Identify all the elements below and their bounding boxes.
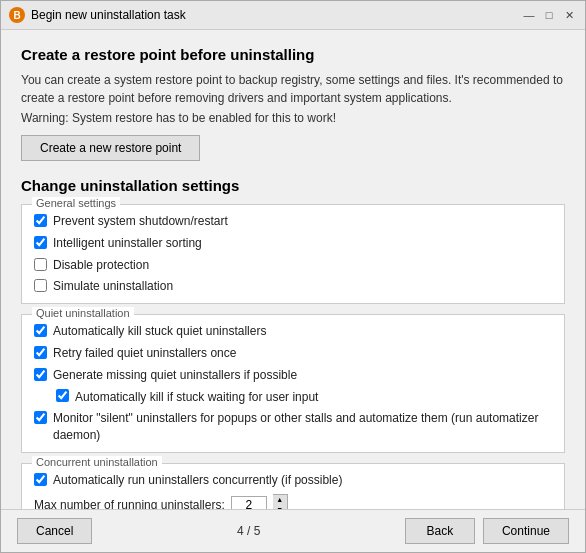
create-restore-button[interactable]: Create a new restore point [21, 135, 200, 161]
chk8-row: Monitor "silent" uninstallers for popups… [34, 410, 552, 444]
title-bar-left: B Begin new uninstallation task [9, 7, 186, 23]
simulate-uninstall-checkbox[interactable] [34, 279, 47, 292]
max-running-row: Max number of running uninstallers: 2 ▲ … [34, 494, 552, 509]
spin-down-button[interactable]: ▼ [273, 505, 287, 509]
footer-left: Cancel [17, 518, 92, 544]
footer-right: Back Continue [405, 518, 569, 544]
chk9-row: Automatically run uninstallers concurren… [34, 472, 552, 489]
simulate-uninstall-label: Simulate uninstallation [53, 278, 173, 295]
settings-heading: Change uninstallation settings [21, 177, 565, 194]
kill-stuck-label: Automatically kill stuck quiet uninstall… [53, 323, 266, 340]
kill-stuck-checkbox[interactable] [34, 324, 47, 337]
spin-up-button[interactable]: ▲ [273, 495, 287, 505]
page-indicator: 4 / 5 [237, 524, 260, 538]
disable-protection-checkbox[interactable] [34, 258, 47, 271]
max-running-input[interactable]: 2 [231, 496, 267, 509]
concurrent-settings-group: Concurrent uninstallation Automatically … [21, 463, 565, 509]
content-area: Create a restore point before uninstalli… [1, 30, 585, 509]
kill-stuck-user-input-label: Automatically kill if stuck waiting for … [75, 389, 318, 406]
chk5-row: Automatically kill stuck quiet uninstall… [34, 323, 552, 340]
generate-missing-checkbox[interactable] [34, 368, 47, 381]
intelligent-sorting-checkbox[interactable] [34, 236, 47, 249]
cancel-button[interactable]: Cancel [17, 518, 92, 544]
generate-missing-label: Generate missing quiet uninstallers if p… [53, 367, 297, 384]
restore-warning: Warning: System restore has to be enable… [21, 111, 565, 125]
chk4-row: Simulate uninstallation [34, 278, 552, 295]
disable-protection-label: Disable protection [53, 257, 149, 274]
chk1-row: Prevent system shutdown/restart [34, 213, 552, 230]
retry-failed-label: Retry failed quiet uninstallers once [53, 345, 236, 362]
window-controls: — □ ✕ [521, 7, 577, 23]
restore-description: You can create a system restore point to… [21, 71, 565, 107]
chk3-row: Disable protection [34, 257, 552, 274]
main-window: B Begin new uninstallation task — □ ✕ Cr… [0, 0, 586, 553]
max-running-label: Max number of running uninstallers: [34, 498, 225, 509]
quiet-settings-group: Quiet uninstallation Automatically kill … [21, 314, 565, 453]
footer: Cancel 4 / 5 Back Continue [1, 509, 585, 552]
back-button[interactable]: Back [405, 518, 475, 544]
general-group-label: General settings [32, 197, 120, 209]
chk7a-row: Automatically kill if stuck waiting for … [56, 389, 552, 406]
content-inner: Create a restore point before uninstalli… [21, 46, 565, 509]
run-concurrently-checkbox[interactable] [34, 473, 47, 486]
maximize-button[interactable]: □ [541, 7, 557, 23]
close-button[interactable]: ✕ [561, 7, 577, 23]
window-title: Begin new uninstallation task [31, 8, 186, 22]
continue-button[interactable]: Continue [483, 518, 569, 544]
spinner-arrows: ▲ ▼ [273, 494, 288, 509]
prevent-shutdown-label: Prevent system shutdown/restart [53, 213, 228, 230]
restore-heading: Create a restore point before uninstalli… [21, 46, 565, 63]
chk7-row: Generate missing quiet uninstallers if p… [34, 367, 552, 384]
general-settings-group: General settings Prevent system shutdown… [21, 204, 565, 304]
concurrent-group-label: Concurrent uninstallation [32, 456, 162, 468]
monitor-silent-label: Monitor "silent" uninstallers for popups… [53, 410, 552, 444]
chk6-row: Retry failed quiet uninstallers once [34, 345, 552, 362]
quiet-group-label: Quiet uninstallation [32, 307, 134, 319]
app-icon: B [9, 7, 25, 23]
run-concurrently-label: Automatically run uninstallers concurren… [53, 472, 342, 489]
chk2-row: Intelligent uninstaller sorting [34, 235, 552, 252]
kill-stuck-user-input-checkbox[interactable] [56, 389, 69, 402]
intelligent-sorting-label: Intelligent uninstaller sorting [53, 235, 202, 252]
minimize-button[interactable]: — [521, 7, 537, 23]
prevent-shutdown-checkbox[interactable] [34, 214, 47, 227]
retry-failed-checkbox[interactable] [34, 346, 47, 359]
monitor-silent-checkbox[interactable] [34, 411, 47, 424]
title-bar: B Begin new uninstallation task — □ ✕ [1, 1, 585, 30]
